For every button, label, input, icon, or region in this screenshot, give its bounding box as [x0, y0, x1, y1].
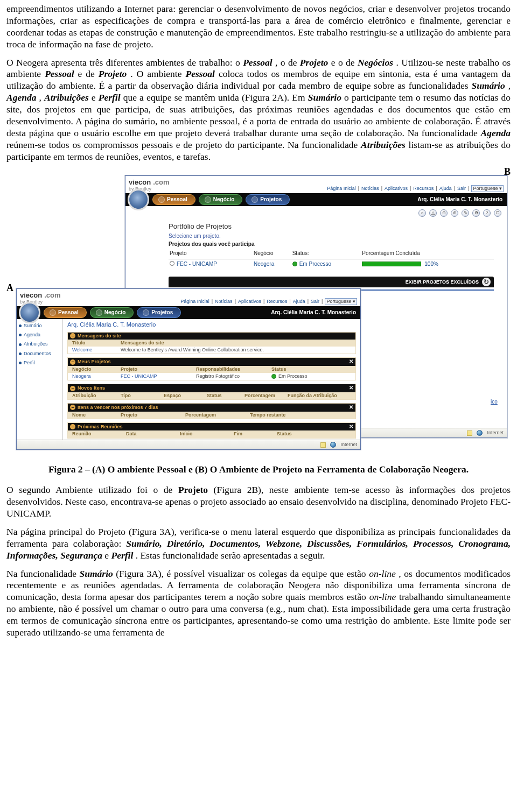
nav-link[interactable]: Notícias: [361, 186, 379, 192]
brand-tld: .com: [153, 178, 169, 187]
table-row[interactable]: FEC - UNICAMP Neogera Em Processo 100%: [169, 259, 494, 269]
home-icon[interactable]: ⌂: [418, 209, 426, 217]
sidebar-item-documentos[interactable]: Documentos: [19, 349, 60, 358]
nav-link[interactable]: Aplicativos: [238, 299, 261, 305]
tab-projetos[interactable]: Projetos: [246, 194, 290, 205]
table-row[interactable]: Welcome Welcome to Bentley's Award Winni…: [68, 347, 355, 354]
tab-pessoal[interactable]: Pessoal: [152, 194, 195, 205]
top-nav: Página Inicial| Notícias| Aplicativos| R…: [327, 185, 504, 192]
edit-icon[interactable]: ✎: [462, 209, 469, 217]
gear-icon[interactable]: ⚙: [472, 209, 480, 217]
zone-label: Internet: [487, 430, 504, 436]
col-status[interactable]: Status:: [291, 249, 361, 259]
refresh-icon[interactable]: ↻: [482, 278, 491, 286]
internet-zone-icon: [477, 430, 483, 436]
grid-icon[interactable]: ⊡: [494, 209, 501, 217]
cell-projeto: FEC - UNICAMP: [177, 261, 217, 267]
col-negocio[interactable]: Negócio: [253, 249, 291, 259]
collapse-icon[interactable]: –: [70, 386, 75, 391]
nav-link[interactable]: Ajuda: [293, 299, 305, 305]
table-row[interactable]: Neogera FEC - UNICAMP Registro Fotográfi…: [68, 373, 355, 380]
nav-link[interactable]: Sair: [311, 299, 319, 305]
show-excluded-projects-button[interactable]: EXIBIR PROJETOS EXCLUÍDOS ↻: [169, 277, 494, 287]
nav-link[interactable]: Recursos: [413, 186, 434, 192]
close-icon[interactable]: ✕: [349, 404, 353, 411]
close-icon[interactable]: ✕: [349, 385, 353, 392]
progress-bar: [362, 262, 421, 266]
nav-link[interactable]: Notícias: [215, 299, 233, 305]
minus-icon[interactable]: ⊖: [440, 209, 448, 217]
body-paragraph-1: empreendimentos utilizando a Internet pa…: [6, 3, 511, 51]
section-columns: Reunião Data Início Fim Status: [68, 430, 355, 437]
zone-label: Internet: [340, 442, 357, 448]
section-columns: Nome Projeto Porcentagem Tempo restante: [68, 412, 355, 419]
nav-link[interactable]: Aplicativos: [385, 186, 408, 192]
cut-link-fragment: ico: [491, 399, 501, 406]
section-header[interactable]: –Novos Itens ✕: [68, 384, 355, 392]
collapse-icon[interactable]: –: [70, 424, 75, 429]
term-projeto: Projeto: [300, 57, 329, 68]
tab-negocio[interactable]: Negócio: [90, 307, 134, 318]
cell-status: Em Processo: [299, 261, 331, 268]
nav-link[interactable]: Página Inicial: [327, 186, 356, 192]
radio-icon[interactable]: [170, 261, 174, 266]
lock-icon: [320, 442, 326, 448]
briefcase-icon: [205, 196, 211, 203]
collapse-icon[interactable]: –: [70, 405, 75, 410]
tab-pessoal[interactable]: Pessoal: [44, 307, 87, 318]
sidebar-item-agenda[interactable]: Agenda: [19, 330, 60, 340]
text: O Neogera apresenta três diferentes ambi…: [6, 57, 243, 68]
nav-link[interactable]: Sair: [457, 186, 466, 192]
section-meus-projetos: –Meus Projetos ✕ Negócio Projeto Respons…: [67, 357, 356, 380]
col-pct[interactable]: Porcentagem Concluída: [361, 249, 494, 259]
projects-table: Projeto Negócio Status: Porcentagem Conc…: [169, 249, 494, 269]
sidebar-item-perfil[interactable]: Perfil: [19, 358, 60, 368]
logo-medallion-icon: [19, 302, 40, 323]
text: O segundo Ambiente utilizado foi o de: [6, 484, 178, 495]
section-columns: Negócio Projeto Responsabilidades Status: [68, 366, 355, 373]
chevron-down-icon: ▾: [353, 299, 355, 304]
term-online: on-line: [369, 591, 396, 602]
term-online: on-line: [369, 568, 396, 579]
term-perfil: Perfil: [111, 550, 133, 561]
text: e: [92, 92, 99, 103]
close-icon[interactable]: ✕: [349, 358, 353, 365]
language-select[interactable]: Portuguese ▾: [325, 298, 357, 305]
body-paragraph-3: O segundo Ambiente utilizado foi o de Pr…: [6, 484, 511, 520]
status-dot-icon: [271, 374, 276, 379]
language-select[interactable]: Portuguese ▾: [471, 185, 504, 192]
section-header[interactable]: –Mensagens do site: [68, 333, 355, 340]
sidebar-item-atribuicoes[interactable]: Atribuições: [19, 340, 60, 349]
portfolio-title: Portfólio de Projetos: [169, 222, 494, 231]
nav-link[interactable]: Ajuda: [439, 186, 452, 192]
person-icon: [158, 196, 165, 203]
term-atribuicoes: Atribuições: [361, 139, 406, 150]
chevron-down-icon: ▾: [499, 186, 502, 191]
section-header[interactable]: –Itens a vencer nos próximos 7 dias ✕: [68, 404, 355, 412]
term-projeto: Projeto: [178, 484, 208, 495]
term-agenda: Agenda: [481, 128, 511, 138]
text: ,: [39, 92, 45, 103]
term-pessoal: Pessoal: [185, 68, 214, 79]
collapse-icon[interactable]: –: [70, 333, 75, 338]
nav-link[interactable]: Página Inicial: [180, 299, 209, 305]
help-icon[interactable]: ?: [483, 209, 491, 217]
tab-projetos[interactable]: Projetos: [137, 307, 181, 318]
collapse-icon[interactable]: –: [70, 359, 75, 365]
tab-bar: Pessoal Negócio Projetos Arq. Clélia Mar…: [17, 306, 360, 319]
close-icon[interactable]: ✕: [349, 423, 353, 430]
section-columns: Título Mensagens do site: [68, 340, 355, 347]
tab-negocio[interactable]: Negócio: [199, 194, 242, 205]
window-pessoal: viecon.com by Bentley Página Inicial| No…: [16, 288, 361, 450]
nav-link[interactable]: Recursos: [267, 299, 287, 305]
plus-icon[interactable]: ⊕: [451, 209, 458, 217]
section-header[interactable]: –Meus Projetos ✕: [68, 358, 355, 366]
section-proximas-reunioes: –Próximas Reuniões ✕ Reunião Data Início…: [67, 422, 356, 439]
up-icon[interactable]: △: [429, 209, 437, 217]
col-projeto[interactable]: Projeto: [169, 249, 253, 259]
browser-status-bar: Internet: [17, 440, 360, 449]
section-header[interactable]: –Próximas Reuniões ✕: [68, 423, 355, 431]
text: Na funcionalidade: [6, 568, 80, 579]
section-novos-itens: –Novos Itens ✕ Atribuição Tipo Espaço St…: [67, 384, 356, 400]
figure-2-block: B A viecon.com by Bentley Página Inicial…: [6, 169, 511, 460]
